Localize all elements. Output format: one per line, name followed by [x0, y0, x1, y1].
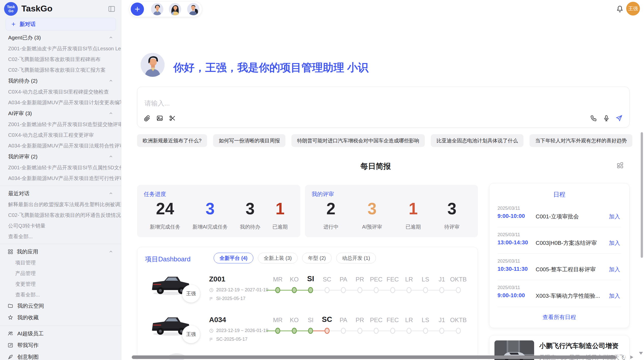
- sidebar-item[interactable]: A034-全新新能源MUV产品开发项目造型可行性评审: [0, 173, 121, 184]
- milestone-label: FEC: [385, 317, 401, 323]
- phone-call-icon[interactable]: [590, 115, 597, 122]
- image-icon[interactable]: [156, 115, 163, 122]
- sidebar-item[interactable]: C02-飞腾新能源轻客改款项目里程碑画布: [0, 54, 121, 65]
- vertical-scrollbar[interactable]: [641, 132, 643, 258]
- milestone-label: KO: [286, 276, 303, 282]
- sidebar-item[interactable]: A034-全新新能源MUV产品开发项目计划变更表编写: [0, 97, 121, 108]
- tab-model-year[interactable]: 年型 (2): [302, 253, 332, 263]
- milestone-label: MR: [270, 276, 286, 282]
- tab-new-platform[interactable]: 全新平台 (4): [214, 253, 253, 263]
- sidebar-item-creative-drawing[interactable]: 创意制图: [0, 351, 121, 360]
- write-icon: [8, 342, 13, 348]
- agent-avatar-3[interactable]: [187, 3, 199, 15]
- suggestion-chip[interactable]: 欧洲新规最近颁布了什么?: [137, 134, 207, 147]
- suggestion-chip[interactable]: 如何写一份清晰的项目周报: [213, 134, 285, 147]
- recent-chat-item[interactable]: C02-飞腾新能源轻客改款项目的闭环通告反馈情况: [0, 210, 121, 220]
- sidebar-item[interactable]: Z001-全新燃油皮卡产品开发项目SI节点Lesson Learn报告: [0, 43, 121, 54]
- scroll-down-arrow[interactable]: [639, 352, 643, 355]
- event-join-link[interactable]: 加入: [609, 213, 620, 220]
- chevron-up-icon[interactable]: [109, 155, 113, 159]
- sidebar-item-favorites[interactable]: 我的收藏: [0, 312, 121, 323]
- scissors-icon[interactable]: [169, 115, 176, 122]
- sidebar-item-ai-super-staff[interactable]: AI超级员工: [0, 328, 121, 339]
- app-item-project-mgmt[interactable]: 项目管理: [0, 257, 121, 268]
- chevron-up-icon[interactable]: [109, 36, 113, 40]
- sidebar-item-cloud-space[interactable]: 我的云空间: [0, 300, 121, 312]
- milestone-dot-overdue: [325, 328, 330, 334]
- sidebar: Task Go TaskGo 新对话 Agent已办 (3): [0, 0, 121, 360]
- dashboard-tabs: 全新平台 (4) 全新上装 (3) 年型 (2) 动总开发 (1): [214, 253, 376, 263]
- recent-chat-item[interactable]: 公司Q3轻卡销量: [0, 220, 121, 231]
- sidebar-item[interactable]: A034-全新新能源MUV产品开发项目法规符合性评审: [0, 140, 121, 151]
- tab-powertrain[interactable]: 动总开发 (1): [336, 253, 376, 263]
- chevron-up-icon[interactable]: [109, 191, 113, 196]
- sidebar-item[interactable]: C0X4-动力总成开发项目工程变更评审: [0, 130, 121, 140]
- person-avatar-icon: [151, 3, 163, 15]
- new-chat-button[interactable]: 新对话: [6, 18, 116, 31]
- milestone-dot: [439, 287, 444, 293]
- app-item-change-mgmt[interactable]: 变更管理: [0, 279, 121, 289]
- sidebar-item-help-me-write[interactable]: 帮我写作: [0, 339, 121, 351]
- chevron-up-icon[interactable]: [109, 111, 113, 115]
- scroll-right-arrow[interactable]: [630, 355, 633, 359]
- quill-icon: [8, 354, 13, 360]
- stat-ai-pre-review: 3 AI预评审: [362, 201, 382, 230]
- sidebar-section-ai-review[interactable]: AI评审 (3): [0, 108, 121, 119]
- send-icon[interactable]: [616, 115, 623, 122]
- add-agent-button[interactable]: [131, 3, 144, 16]
- microphone-icon[interactable]: [603, 115, 610, 122]
- notification-bell-icon[interactable]: [616, 5, 624, 13]
- agent-avatar-2[interactable]: [169, 3, 181, 15]
- sidebar-section-my-review[interactable]: 我的评审 (2): [0, 151, 121, 162]
- attachment-icon[interactable]: [143, 115, 151, 122]
- main-area: 王强 你好，王强，我是你的项目管理助理 小识: [121, 0, 644, 360]
- project-next-milestone: SC-2025-05-17: [209, 337, 247, 342]
- milestone-label: SI: [302, 317, 319, 323]
- stat-overdue: 1 已逾期: [272, 201, 288, 230]
- milestone-dot: [341, 328, 346, 334]
- sidebar-item[interactable]: C0X4-动力总成开发项目SI里程碑提交物检查: [0, 86, 121, 97]
- event-join-link[interactable]: 加入: [609, 239, 620, 247]
- sidebar-section-my-todo[interactable]: 我的待办 (2): [0, 75, 121, 86]
- milestone-dot-done: [275, 287, 280, 293]
- project-code[interactable]: A034: [209, 316, 226, 324]
- layout-grid-icon[interactable]: [617, 162, 624, 169]
- event-join-link[interactable]: 加入: [609, 292, 620, 300]
- event-date: 2025/03/11: [497, 259, 520, 264]
- sidebar-item[interactable]: Z001-全新燃油轻卡产品开发项目SI造型提交物评审: [0, 119, 121, 130]
- tab-new-body[interactable]: 全新上装 (3): [258, 253, 298, 263]
- sidebar-item[interactable]: C02-飞腾新能源轻客改款项目立项汇报方案: [0, 65, 121, 75]
- sidebar-section-recent[interactable]: 最近对话: [0, 188, 121, 199]
- sidebar-item[interactable]: Z001-全新燃油轻卡产品开发项目SI节点属性5D文件评审: [0, 162, 121, 173]
- sidebar-item-label: 创意制图: [17, 353, 39, 360]
- suggestion-chip[interactable]: 比亚迪全固态电池计划具体说了什么: [431, 134, 523, 147]
- sidebar-collapse-icon[interactable]: [108, 5, 115, 13]
- suggestion-chip[interactable]: 当下年轻人对汽车外观有怎样的喜好趋势: [530, 134, 632, 147]
- user-avatar[interactable]: 王强: [626, 2, 640, 16]
- recent-chat-item[interactable]: 解释最新出台的欧盟报废车法规再生塑料比例被调至15%...: [0, 199, 121, 210]
- project-row-z001: 王强 Z001 2023-12-19 ~ 2027-01-19 SI-2025-…: [137, 273, 478, 314]
- milestone-dot-done: [292, 328, 297, 334]
- news-title: 小鹏飞行汽车制造公司增资: [539, 341, 619, 350]
- view-all-schedule-link[interactable]: 查看所有日程: [489, 313, 629, 321]
- project-code[interactable]: Z001: [209, 275, 225, 283]
- horizontal-scrollbar[interactable]: [132, 355, 616, 359]
- event-join-link[interactable]: 加入: [609, 266, 620, 273]
- apps-view-all[interactable]: 查看全部...: [0, 289, 121, 300]
- chevron-up-icon[interactable]: [109, 250, 113, 254]
- section-title: 我的应用: [17, 248, 38, 255]
- chat-composer: [137, 87, 630, 128]
- chat-input[interactable]: [144, 99, 501, 108]
- stat-review-overdue: 1 已逾期: [406, 201, 421, 230]
- suggestion-chip[interactable]: 特朗普可能对进口汽车增税会对中国车企造成哪些影响: [291, 134, 425, 147]
- chevron-up-icon[interactable]: [109, 79, 113, 83]
- section-title: 最近对话: [8, 190, 30, 196]
- divider: [0, 186, 121, 186]
- sidebar-section-agent-done[interactable]: Agent已办 (3): [0, 32, 121, 43]
- sidebar-section-my-apps[interactable]: 我的应用: [0, 246, 121, 257]
- recent-view-all[interactable]: 查看全部...: [0, 231, 121, 242]
- app-item-product-mgmt[interactable]: 产品管理: [0, 268, 121, 279]
- flag-icon: [209, 296, 214, 301]
- agent-avatar-1[interactable]: [151, 3, 163, 15]
- divider: [497, 307, 621, 307]
